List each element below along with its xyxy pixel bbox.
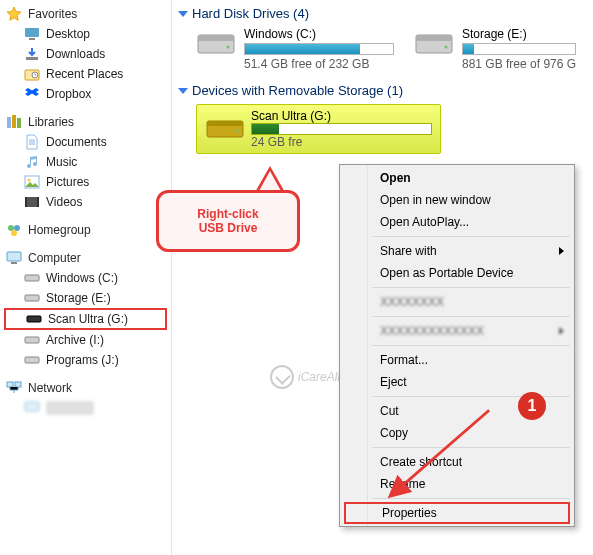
sidebar-item-drive-e[interactable]: Storage (E:) — [0, 288, 171, 308]
svg-rect-11 — [25, 197, 27, 207]
network-computer-item[interactable]: XXXXXX — [0, 398, 171, 418]
sidebar: Favorites Desktop Downloads Recent Place… — [0, 0, 172, 555]
sidebar-item-videos[interactable]: Videos — [0, 192, 171, 212]
svg-rect-2 — [26, 57, 38, 60]
computer-icon — [24, 400, 40, 416]
libraries-header[interactable]: Libraries — [0, 114, 171, 132]
svg-rect-0 — [25, 28, 39, 37]
homegroup-icon — [6, 222, 22, 238]
ctx-eject[interactable]: Eject — [342, 371, 572, 393]
removable-drive-icon — [205, 115, 245, 143]
ctx-item-hidden[interactable]: XXXXXXXX — [342, 291, 572, 313]
svg-point-34 — [236, 130, 239, 133]
svg-point-31 — [445, 46, 448, 49]
svg-rect-33 — [207, 121, 243, 126]
ctx-create-shortcut[interactable]: Create shortcut — [342, 451, 572, 473]
drive-c[interactable]: Windows (C:) 51.4 GB free of 232 GB — [196, 27, 394, 71]
drive-info: 51.4 GB free of 232 GB — [244, 57, 394, 71]
ctx-open-portable[interactable]: Open as Portable Device — [342, 262, 572, 284]
sidebar-item-dropbox[interactable]: Dropbox — [0, 84, 171, 104]
svg-rect-21 — [25, 337, 39, 343]
hd-section-header[interactable]: Hard Disk Drives (4) — [178, 6, 587, 21]
svg-rect-6 — [12, 115, 16, 128]
sidebar-item-drive-g[interactable]: Scan Ultra (G:) — [4, 308, 167, 330]
hdd-icon — [196, 27, 236, 59]
svg-rect-19 — [25, 295, 39, 301]
svg-point-15 — [11, 230, 17, 236]
ctx-properties[interactable]: Properties — [344, 502, 570, 524]
context-menu: Open Open in new window Open AutoPlay...… — [339, 164, 575, 527]
ctx-format[interactable]: Format... — [342, 349, 572, 371]
svg-rect-5 — [7, 117, 11, 128]
music-icon — [24, 154, 40, 170]
sidebar-item-recent[interactable]: Recent Places — [0, 64, 171, 84]
document-icon — [24, 134, 40, 150]
svg-rect-7 — [17, 118, 21, 128]
recent-icon — [24, 66, 40, 82]
usage-bar — [462, 43, 576, 55]
svg-rect-25 — [25, 402, 39, 411]
collapse-arrow-icon — [178, 11, 188, 17]
network-icon — [6, 380, 22, 396]
video-icon — [24, 194, 40, 210]
svg-point-14 — [14, 225, 20, 231]
svg-rect-10 — [25, 197, 39, 207]
download-icon — [24, 46, 40, 62]
collapse-arrow-icon — [178, 88, 188, 94]
drive-icon — [24, 270, 40, 286]
dropbox-icon — [24, 86, 40, 102]
callout-instruction: Right-clickUSB Drive — [156, 190, 300, 252]
ctx-share-with[interactable]: Share with — [342, 240, 572, 262]
usage-bar — [244, 43, 394, 55]
star-icon — [6, 6, 22, 22]
svg-rect-24 — [15, 382, 21, 387]
svg-rect-17 — [11, 262, 17, 264]
svg-rect-1 — [29, 38, 35, 40]
drive-icon — [26, 311, 42, 327]
ctx-open-new-window[interactable]: Open in new window — [342, 189, 572, 211]
svg-point-9 — [28, 179, 31, 182]
sidebar-item-drive-i[interactable]: Archive (I:) — [0, 330, 171, 350]
sidebar-item-drive-c[interactable]: Windows (C:) — [0, 268, 171, 288]
sidebar-item-documents[interactable]: Documents — [0, 132, 171, 152]
drive-info: 24 GB fre — [251, 135, 302, 149]
svg-rect-16 — [7, 252, 21, 261]
network-header[interactable]: Network — [0, 380, 171, 398]
drive-name: Scan Ultra (G:) — [251, 109, 331, 123]
sidebar-item-downloads[interactable]: Downloads — [0, 44, 171, 64]
svg-point-28 — [227, 46, 230, 49]
drive-name: Storage (E:) — [462, 27, 576, 41]
sidebar-item-music[interactable]: Music — [0, 152, 171, 172]
sidebar-item-drive-j[interactable]: Programs (J:) — [0, 350, 171, 370]
usage-bar — [251, 123, 432, 135]
svg-point-13 — [8, 225, 14, 231]
ctx-open-autoplay[interactable]: Open AutoPlay... — [342, 211, 572, 233]
libraries-icon — [6, 114, 22, 130]
drive-info: 881 GB free of 976 G — [462, 57, 576, 71]
favorites-header[interactable]: Favorites — [0, 6, 171, 24]
svg-rect-22 — [25, 357, 39, 363]
ctx-copy[interactable]: Copy — [342, 422, 572, 444]
picture-icon — [24, 174, 40, 190]
step-badge-1: 1 — [518, 392, 546, 420]
hdd-icon — [414, 27, 454, 59]
svg-rect-18 — [25, 275, 39, 281]
drive-icon — [24, 332, 40, 348]
sidebar-item-desktop[interactable]: Desktop — [0, 24, 171, 44]
ctx-item-hidden[interactable]: XXXXXXXXXXXXX — [342, 320, 572, 342]
svg-rect-12 — [37, 197, 39, 207]
svg-rect-27 — [198, 35, 234, 41]
desktop-icon — [24, 26, 40, 42]
removable-section-header[interactable]: Devices with Removable Storage (1) — [178, 83, 587, 98]
drive-icon — [24, 290, 40, 306]
removable-drive-g[interactable]: Scan Ultra (G:) 24 GB fre — [196, 104, 441, 154]
sidebar-item-pictures[interactable]: Pictures — [0, 172, 171, 192]
drive-icon — [24, 352, 40, 368]
svg-rect-23 — [7, 382, 13, 387]
ctx-rename[interactable]: Rename — [342, 473, 572, 495]
ctx-open[interactable]: Open — [342, 167, 572, 189]
computer-icon — [6, 250, 22, 266]
computer-header[interactable]: Computer — [0, 250, 171, 268]
drive-e[interactable]: Storage (E:) 881 GB free of 976 G — [414, 27, 576, 71]
homegroup-header[interactable]: Homegroup — [0, 222, 171, 240]
